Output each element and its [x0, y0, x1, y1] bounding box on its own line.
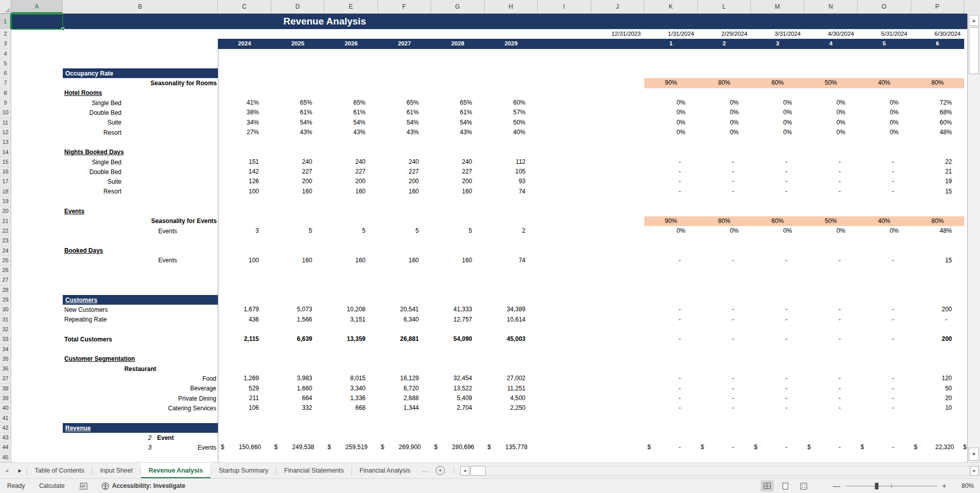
- cell-O23[interactable]: [858, 236, 911, 245]
- cell-G45[interactable]: [431, 453, 485, 462]
- cell-M36[interactable]: [751, 364, 805, 374]
- cell-F16[interactable]: 227: [378, 167, 432, 177]
- row-header-23[interactable]: 23: [0, 236, 11, 245]
- cell-I11[interactable]: [538, 118, 591, 128]
- cell-G34[interactable]: [431, 344, 485, 354]
- cell-L22[interactable]: 0%: [698, 226, 751, 236]
- cell-M4[interactable]: [751, 49, 805, 59]
- cell-J39[interactable]: [591, 393, 645, 403]
- cell-E45[interactable]: [324, 453, 378, 462]
- cell-I13[interactable]: [538, 137, 591, 147]
- cell-L21[interactable]: 80%: [698, 216, 751, 226]
- cell-B12[interactable]: Resort: [63, 128, 218, 137]
- cell-L30[interactable]: -: [698, 305, 751, 314]
- cell-D39[interactable]: 664: [271, 393, 325, 403]
- cell-B44[interactable]: 3Events: [63, 442, 218, 452]
- cell-J16[interactable]: [591, 167, 645, 177]
- cell-N33[interactable]: -: [805, 334, 858, 344]
- cell-P23[interactable]: [911, 236, 965, 245]
- row-header-9[interactable]: 9: [0, 98, 11, 108]
- cell-B42[interactable]: Revenue: [63, 423, 218, 433]
- row-header-29[interactable]: 29: [0, 295, 11, 305]
- page-break-view-icon[interactable]: [797, 480, 811, 491]
- cell-K8[interactable]: [644, 88, 698, 98]
- cell-H31[interactable]: 10,614: [485, 315, 538, 325]
- cell-I3[interactable]: [538, 39, 591, 48]
- cell-I20[interactable]: [538, 206, 591, 216]
- cell-A41[interactable]: [11, 413, 63, 423]
- cell-J37[interactable]: [591, 374, 645, 383]
- cell-B10[interactable]: Double Bed: [63, 108, 218, 117]
- cell-N23[interactable]: [805, 236, 858, 245]
- cell-M37[interactable]: -: [751, 374, 805, 383]
- cell-G7[interactable]: [431, 78, 485, 88]
- cell-I35[interactable]: [538, 354, 591, 364]
- cell-B9[interactable]: Single Bed: [63, 98, 218, 108]
- cell-G3[interactable]: 2028: [431, 39, 485, 48]
- cell-G29[interactable]: [431, 295, 485, 305]
- cell-B21[interactable]: Seasonality for Events: [63, 216, 218, 226]
- cell-K44[interactable]: $-: [644, 442, 698, 452]
- cell-D9[interactable]: 65%: [271, 98, 325, 108]
- cell-A19[interactable]: [11, 196, 63, 206]
- cell-N27[interactable]: [805, 275, 858, 285]
- cell-E21[interactable]: [324, 216, 378, 226]
- cell-I32[interactable]: [538, 325, 591, 334]
- cell-D45[interactable]: [271, 453, 325, 462]
- cell-B29[interactable]: Customers: [63, 295, 218, 305]
- cell-K34[interactable]: [644, 344, 698, 354]
- cell-K13[interactable]: [644, 137, 698, 147]
- cell-N22[interactable]: 0%: [805, 226, 858, 236]
- cell-J28[interactable]: [591, 285, 645, 295]
- cell-P10[interactable]: 68%: [911, 108, 965, 117]
- cell-F39[interactable]: 2,688: [378, 393, 432, 403]
- cell-L28[interactable]: [698, 285, 751, 295]
- cell-F26[interactable]: [378, 265, 432, 275]
- cell-I43[interactable]: [538, 433, 591, 442]
- cell-F37[interactable]: 16,129: [378, 374, 432, 383]
- row-header-37[interactable]: 37: [0, 374, 11, 383]
- cell-N9[interactable]: 0%: [805, 98, 858, 108]
- cell-B16[interactable]: Double Bed: [63, 167, 218, 177]
- cell-P33[interactable]: 200: [911, 334, 965, 344]
- cell-E32[interactable]: [324, 325, 378, 334]
- tab-input-sheet[interactable]: Input Sheet: [92, 463, 140, 478]
- cell-G10[interactable]: 61%: [431, 108, 485, 117]
- row-header-41[interactable]: 41: [0, 413, 11, 423]
- cell-G11[interactable]: 54%: [431, 118, 485, 128]
- cell-B11[interactable]: Suite: [63, 118, 218, 128]
- cell-G9[interactable]: 65%: [431, 98, 485, 108]
- cell-G6[interactable]: [431, 68, 485, 78]
- cell-N30[interactable]: -: [805, 305, 858, 314]
- column-header-B[interactable]: B: [63, 0, 218, 13]
- cell-E41[interactable]: [324, 413, 378, 423]
- cell-I12[interactable]: [538, 128, 591, 137]
- cell-G37[interactable]: 32,454: [431, 374, 485, 383]
- cell-F21[interactable]: [378, 216, 432, 226]
- cell-B24[interactable]: Booked Days: [63, 246, 218, 256]
- row-header-21[interactable]: 21: [0, 216, 11, 226]
- cell-L32[interactable]: [698, 325, 751, 334]
- cell-I29[interactable]: [538, 295, 591, 305]
- cell-N43[interactable]: [805, 433, 858, 442]
- row-header-15[interactable]: 15: [0, 157, 11, 167]
- cell-E9[interactable]: 65%: [324, 98, 378, 108]
- cell-F29[interactable]: [378, 295, 432, 305]
- cell-K20[interactable]: [644, 206, 698, 216]
- cell-L2[interactable]: 2/29/2024: [698, 29, 751, 39]
- cell-M39[interactable]: -: [751, 393, 805, 403]
- cell-M11[interactable]: 0%: [751, 118, 805, 128]
- row-header-42[interactable]: 42: [0, 423, 11, 433]
- cell-D42[interactable]: [271, 423, 325, 433]
- cell-I27[interactable]: [538, 275, 591, 285]
- cell-C2[interactable]: [218, 29, 271, 39]
- cell-P8[interactable]: [911, 88, 965, 98]
- cell-O45[interactable]: [858, 453, 911, 462]
- cell-B39[interactable]: Private Dining: [63, 393, 218, 403]
- cell-I21[interactable]: [538, 216, 591, 226]
- cell-A20[interactable]: [11, 206, 63, 216]
- cell-E13[interactable]: [324, 137, 378, 147]
- cell-P21[interactable]: 80%: [911, 216, 965, 226]
- cell-N20[interactable]: [805, 206, 858, 216]
- cell-N42[interactable]: [805, 423, 858, 433]
